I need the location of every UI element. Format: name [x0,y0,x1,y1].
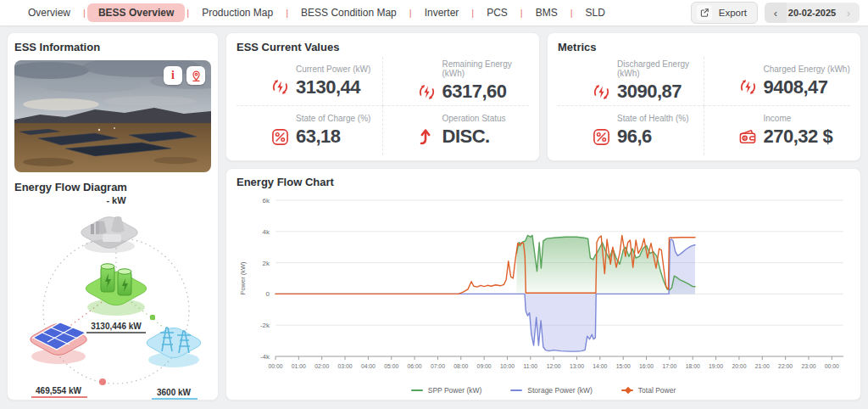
x-tick-label: 23:00 [801,363,815,369]
x-tick-label: 17:00 [662,363,676,369]
nav-item-inverter[interactable]: Inverter [414,3,470,22]
energy-cycle-icon [270,77,290,97]
x-tick-label: 07:00 [431,363,445,369]
date-value[interactable]: 20-02-2025 [787,3,837,23]
legend-item-spp-power-kw-[interactable]: SPP Power (kW) [411,386,482,395]
y-axis-title: Power (kW) [239,261,247,295]
location-button[interactable] [186,66,205,85]
x-tick-label: 19:00 [709,363,723,369]
ess-current-cell-0: Current Power (kW) 3130,44 [236,57,383,106]
flow-dot-battery-to-grid [150,315,155,320]
ess-current-value-2: 63,18 [296,126,341,148]
arrow-up-icon [417,127,437,147]
nav-item-bess-condition-map[interactable]: BESS Condition Map [290,3,408,22]
metrics-title: Metrics [558,41,850,53]
energy-flow-chart[interactable]: 6k4k2k0-2k-4kPower (kW)00:0001:0002:0003… [236,190,850,385]
x-tick-label: 12:00 [547,363,561,369]
y-tick-label: -4k [260,353,270,361]
legend-label: Storage Power (kW) [527,386,593,395]
legend-marker [621,389,633,391]
metrics-card: Metrics Discharged Energy (kWh) 3090,87 … [547,32,861,161]
ess-current-values-card: ESS Current Values Current Power (kW) 31… [225,32,540,161]
x-tick-label: 00:00 [825,363,839,369]
energy-flow-chart-card: Energy Flow Chart 6k4k2k0-2k-4kPower (kW… [225,168,861,401]
ess-current-label-3: Operation Status [442,114,530,123]
energy-flow-diagram-title: Energy Flow Diagram [14,181,211,193]
metrics-cell-2: State of Health (%) 96,6 [558,106,704,155]
y-tick-label: 0 [266,290,270,298]
ess-current-cell-1: Remaining Energy (kWh) 6317,60 [383,57,530,106]
map-pin-icon [191,70,202,82]
energy-cycle-icon [592,82,611,102]
nav-separator: | [519,8,525,18]
percent-icon [592,127,611,147]
percent-icon [270,127,290,147]
solar-power-label: 469,554 kW [31,386,87,397]
nav-item-bms[interactable]: BMS [525,3,569,22]
legend-label: SPP Power (kW) [428,386,482,395]
legend-item-storage-power-kw-[interactable]: Storage Power (kW) [510,386,593,395]
legend-marker [411,389,423,391]
y-tick-label: -2k [260,322,270,329]
energy-cycle-icon [738,77,758,97]
info-icon: i [171,70,175,81]
svg-text:469,554 kW: 469,554 kW [36,386,81,395]
x-tick-label: 01:00 [292,363,306,369]
info-button[interactable]: i [164,66,182,85]
flow-dot-solar-arc [99,378,106,385]
energy-flow-chart-title: Energy Flow Chart [236,176,850,188]
legend-item-total-power[interactable]: Total Power [621,386,676,395]
ess-information-title: ESS Information [14,41,211,53]
metrics-value-1: 9408,47 [764,76,828,98]
metrics-label-1: Charged Energy (kWh) [764,64,851,74]
top-nav-bar: Overview|BESS Overview|Production Map|BE… [0,0,868,25]
x-tick-label: 05:00 [384,363,398,369]
x-tick-label: 04:00 [361,363,376,369]
svg-text:3600 kW: 3600 kW [157,388,192,397]
wallet-icon: $ [738,127,758,147]
energy-cycle-icon [417,82,437,102]
export-label: Export [719,8,747,18]
date-picker: ‹ 20-02-2025 › [765,3,860,23]
nav-item-sld[interactable]: SLD [575,3,616,22]
ess-current-label-0: Current Power (kW) [296,64,382,74]
metrics-cell-1: Charged Energy (kWh) 9408,47 [704,57,851,106]
metrics-value-0: 3090,87 [617,81,682,103]
x-tick-label: 22:00 [778,363,793,369]
date-prev-button[interactable]: ‹ [765,3,787,23]
nav-item-pcs[interactable]: PCS [476,3,519,22]
nav-separator: | [284,8,290,18]
ess-current-label-1: Remaining Energy (kWh) [442,59,530,78]
y-tick-label: 2k [263,260,270,267]
x-tick-label: 15:00 [616,363,631,369]
metrics-cell-3: Income $ 270,32 $ [704,106,851,155]
legend-marker [510,389,522,391]
date-next-button[interactable]: › [837,3,860,23]
metrics-value-2: 96,6 [617,126,652,148]
x-tick-label: 21:00 [755,363,770,369]
metrics-cell-0: Discharged Energy (kWh) 3090,87 [558,57,704,106]
nav-separator: | [408,8,414,18]
x-tick-label: 10:00 [500,363,515,369]
nav-separator: | [470,8,476,18]
metrics-label-3: Income [764,114,851,123]
x-tick-label: 00:00 [268,363,282,369]
x-tick-label: 14:00 [593,363,607,369]
y-tick-label: 6k [263,197,270,204]
metrics-value-3: 270,32 $ [764,126,833,148]
ess-current-cell-2: State of Charge (%) 63,18 [236,106,383,155]
legend-label: Total Power [638,386,676,395]
x-tick-label: 16:00 [639,363,654,369]
solar-panel-icon [26,322,91,364]
chart-legend: SPP Power (kW) Storage Power (kW) Total … [236,386,850,395]
nav-item-bess-overview[interactable]: BESS Overview [87,3,185,22]
export-button[interactable]: Export [691,2,758,24]
x-tick-label: 08:00 [453,363,468,369]
main-nav: Overview|BESS Overview|Production Map|BE… [17,3,616,22]
nav-item-production-map[interactable]: Production Map [191,3,284,22]
transmission-tower-icon [142,326,205,367]
nav-item-overview[interactable]: Overview [17,3,81,22]
ess-current-value-0: 3130,44 [296,76,360,98]
x-tick-label: 20:00 [732,363,746,369]
ess-current-label-2: State of Charge (%) [296,114,382,123]
